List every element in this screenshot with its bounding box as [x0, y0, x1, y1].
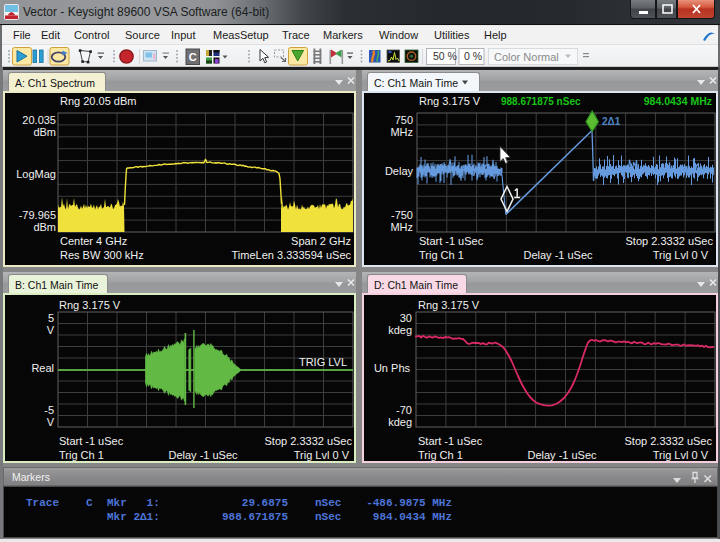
svg-text:Rng 3.175 V: Rng 3.175 V	[59, 299, 121, 311]
svg-text:Span 2 GHz: Span 2 GHz	[291, 235, 351, 247]
svg-text:0 %: 0 %	[464, 50, 482, 62]
svg-text:TimeLen 3.333594 uSec: TimeLen 3.333594 uSec	[232, 249, 352, 261]
svg-text:-79.965: -79.965	[19, 209, 56, 221]
svg-text:Delay -1 uSec: Delay -1 uSec	[527, 449, 597, 461]
svg-text:kdeg: kdeg	[388, 324, 412, 336]
svg-text:Res BW 300 kHz: Res BW 300 kHz	[60, 249, 144, 261]
svg-text:Delay: Delay	[385, 165, 414, 177]
svg-text:750: 750	[395, 114, 413, 126]
svg-text:Trig Ch 1: Trig Ch 1	[419, 249, 464, 261]
svg-text:Delay -1 uSec: Delay -1 uSec	[523, 249, 593, 261]
svg-text:Rng 3.175 V: Rng 3.175 V	[419, 95, 481, 107]
svg-text:50 %: 50 %	[433, 50, 457, 62]
svg-text:Rng 3.175 V: Rng 3.175 V	[418, 299, 480, 311]
svg-text:984.0434 MHz: 984.0434 MHz	[644, 95, 712, 107]
svg-text:Real: Real	[31, 362, 54, 374]
svg-text:988.671875 nSec: 988.671875 nSec	[501, 96, 581, 107]
svg-text:dBm: dBm	[33, 126, 56, 138]
svg-text:-70: -70	[396, 404, 412, 416]
svg-text:Stop 2.3332 uSec: Stop 2.3332 uSec	[625, 435, 713, 447]
svg-text:Un Phs: Un Phs	[374, 362, 411, 374]
svg-text:Start -1 uSec: Start -1 uSec	[419, 235, 484, 247]
svg-text:Center 4 GHz: Center 4 GHz	[60, 235, 127, 247]
svg-text:V: V	[47, 324, 55, 336]
svg-text:5: 5	[48, 312, 54, 324]
svg-text:MHz: MHz	[390, 126, 413, 138]
svg-text:Trig Lvl 0 V: Trig Lvl 0 V	[294, 449, 350, 461]
svg-text:2Δ1: 2Δ1	[602, 116, 621, 127]
svg-text:-750: -750	[391, 209, 413, 221]
svg-text:Trig Ch 1: Trig Ch 1	[418, 449, 463, 461]
svg-text:Start -1 uSec: Start -1 uSec	[418, 435, 483, 447]
svg-text:MHz: MHz	[390, 221, 413, 233]
svg-text:TRIG LVL: TRIG LVL	[299, 356, 347, 368]
svg-text:Rng 20.05 dBm: Rng 20.05 dBm	[60, 95, 136, 107]
svg-text:dBm: dBm	[33, 221, 56, 233]
svg-text:Stop 2.3332 uSec: Stop 2.3332 uSec	[626, 235, 714, 247]
svg-text:-5: -5	[44, 404, 54, 416]
svg-text:20.035: 20.035	[22, 114, 56, 126]
svg-text:Trig Lvl 0 V: Trig Lvl 0 V	[653, 249, 709, 261]
svg-text:V: V	[47, 416, 55, 428]
svg-text:Start -1 uSec: Start -1 uSec	[59, 435, 124, 447]
svg-text:Stop 2.3332 uSec: Stop 2.3332 uSec	[265, 435, 353, 447]
svg-text:30: 30	[400, 312, 412, 324]
svg-text:LogMag: LogMag	[16, 168, 56, 180]
svg-text:C: C	[189, 51, 197, 63]
svg-text:Color Normal: Color Normal	[494, 51, 559, 63]
svg-text:kdeg: kdeg	[388, 416, 412, 428]
svg-text:Trig Ch 1: Trig Ch 1	[59, 449, 104, 461]
svg-text:Trig Lvl 0 V: Trig Lvl 0 V	[653, 449, 709, 461]
svg-text:Delay -1 uSec: Delay -1 uSec	[168, 449, 238, 461]
